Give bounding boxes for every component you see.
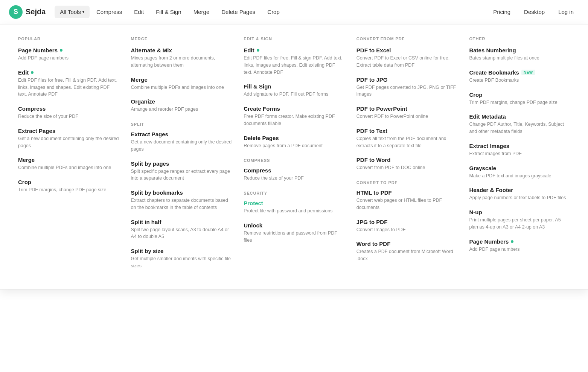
- nav-right: Pricing Desktop Log in: [488, 6, 579, 18]
- nav-desktop[interactable]: Desktop: [519, 6, 550, 18]
- nav-crop[interactable]: Crop: [262, 6, 285, 18]
- logo-area[interactable]: S Sejda: [9, 5, 46, 19]
- logo-icon: S: [9, 5, 23, 19]
- main-nav: All Tools ▾ Compress Edit Fill & Sign Me…: [55, 6, 488, 18]
- nav-login[interactable]: Log in: [553, 6, 579, 18]
- all-tools-label: All Tools: [60, 9, 81, 15]
- header: S Sejda All Tools ▾ Compress Edit Fill &…: [0, 0, 588, 24]
- nav-fill-sign[interactable]: Fill & Sign: [151, 6, 187, 18]
- nav-compress[interactable]: Compress: [91, 6, 127, 18]
- chevron-down-icon: ▾: [82, 10, 84, 14]
- nav-pricing[interactable]: Pricing: [488, 6, 516, 18]
- nav-edit[interactable]: Edit: [129, 6, 149, 18]
- logo-text: Sejda: [26, 8, 46, 16]
- nav-all-tools[interactable]: All Tools ▾: [55, 6, 90, 18]
- nav-delete-pages[interactable]: Delete Pages: [216, 6, 260, 18]
- nav-merge[interactable]: Merge: [188, 6, 215, 18]
